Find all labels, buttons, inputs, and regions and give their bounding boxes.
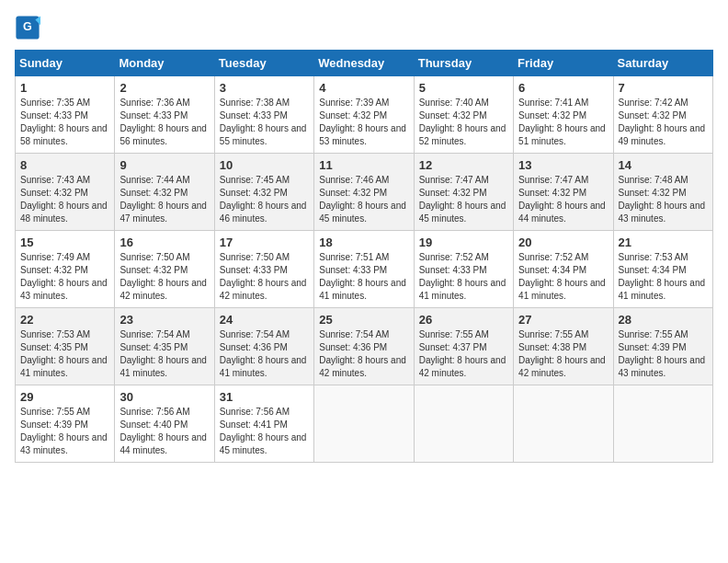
col-header-tuesday: Tuesday [214,51,313,76]
day-number: 9 [119,158,209,172]
day-number: 4 [319,81,408,95]
logo: G [15,15,44,40]
day-number: 30 [119,390,209,404]
calendar-week-row: 15Sunrise: 7:49 AMSunset: 4:32 PMDayligh… [16,231,713,308]
calendar-cell: 14Sunrise: 7:48 AMSunset: 4:32 PMDayligh… [613,154,712,231]
svg-text:G: G [23,20,32,33]
day-number: 31 [220,390,309,404]
calendar-week-row: 8Sunrise: 7:43 AMSunset: 4:32 PMDaylight… [16,154,713,231]
day-number: 27 [518,313,608,327]
day-number: 18 [319,236,408,249]
day-number: 28 [619,313,708,327]
day-info: Sunrise: 7:51 AMSunset: 4:33 PMDaylight:… [319,251,408,303]
day-info: Sunrise: 7:46 AMSunset: 4:32 PMDaylight:… [319,174,408,225]
day-info: Sunrise: 7:53 AMSunset: 4:34 PMDaylight:… [619,251,708,303]
day-number: 24 [220,313,309,327]
day-number: 12 [419,158,508,172]
calendar-cell: 10Sunrise: 7:45 AMSunset: 4:32 PMDayligh… [214,154,313,231]
calendar-cell: 21Sunrise: 7:53 AMSunset: 4:34 PMDayligh… [613,231,712,308]
calendar-cell: 4Sunrise: 7:39 AMSunset: 4:32 PMDaylight… [314,76,414,154]
day-info: Sunrise: 7:35 AMSunset: 4:33 PMDaylight:… [20,97,109,148]
calendar-cell: 27Sunrise: 7:55 AMSunset: 4:38 PMDayligh… [514,308,613,385]
day-number: 16 [119,236,209,249]
calendar-cell: 28Sunrise: 7:55 AMSunset: 4:39 PMDayligh… [613,308,712,385]
calendar-cell [514,385,613,463]
day-info: Sunrise: 7:47 AMSunset: 4:32 PMDaylight:… [419,174,508,225]
calendar-cell: 12Sunrise: 7:47 AMSunset: 4:32 PMDayligh… [414,154,513,231]
day-info: Sunrise: 7:54 AMSunset: 4:36 PMDaylight:… [220,328,309,380]
day-info: Sunrise: 7:36 AMSunset: 4:33 PMDaylight:… [119,97,209,148]
day-info: Sunrise: 7:54 AMSunset: 4:35 PMDaylight:… [119,328,209,380]
calendar-cell: 3Sunrise: 7:38 AMSunset: 4:33 PMDaylight… [214,76,313,154]
day-info: Sunrise: 7:55 AMSunset: 4:37 PMDaylight:… [419,328,508,380]
day-number: 15 [20,236,109,249]
day-info: Sunrise: 7:40 AMSunset: 4:32 PMDaylight:… [419,97,508,148]
day-info: Sunrise: 7:42 AMSunset: 4:32 PMDaylight:… [619,97,708,148]
logo-icon: G [15,15,40,40]
calendar-cell: 16Sunrise: 7:50 AMSunset: 4:32 PMDayligh… [115,231,214,308]
col-header-friday: Friday [514,51,613,76]
day-info: Sunrise: 7:44 AMSunset: 4:32 PMDaylight:… [119,174,209,225]
calendar-cell: 2Sunrise: 7:36 AMSunset: 4:33 PMDaylight… [115,76,214,154]
calendar-cell: 29Sunrise: 7:55 AMSunset: 4:39 PMDayligh… [16,385,115,463]
day-number: 13 [518,158,608,172]
day-info: Sunrise: 7:56 AMSunset: 4:41 PMDaylight:… [220,406,309,457]
day-info: Sunrise: 7:50 AMSunset: 4:32 PMDaylight:… [119,251,209,303]
day-number: 7 [619,81,708,95]
day-number: 14 [619,158,708,172]
col-header-wednesday: Wednesday [314,51,414,76]
day-number: 11 [319,158,408,172]
calendar-week-row: 29Sunrise: 7:55 AMSunset: 4:39 PMDayligh… [16,385,713,463]
day-info: Sunrise: 7:55 AMSunset: 4:39 PMDaylight:… [20,406,109,457]
day-number: 2 [119,81,209,95]
day-number: 17 [220,236,309,249]
day-number: 21 [619,236,708,249]
day-number: 22 [20,313,109,327]
day-number: 5 [419,81,508,95]
day-info: Sunrise: 7:39 AMSunset: 4:32 PMDaylight:… [319,97,408,148]
day-info: Sunrise: 7:53 AMSunset: 4:35 PMDaylight:… [20,328,109,380]
day-info: Sunrise: 7:52 AMSunset: 4:34 PMDaylight:… [518,251,608,303]
day-number: 25 [319,313,408,327]
calendar-cell: 18Sunrise: 7:51 AMSunset: 4:33 PMDayligh… [314,231,414,308]
day-info: Sunrise: 7:52 AMSunset: 4:33 PMDaylight:… [419,251,508,303]
calendar-cell: 31Sunrise: 7:56 AMSunset: 4:41 PMDayligh… [214,385,313,463]
calendar-cell: 17Sunrise: 7:50 AMSunset: 4:33 PMDayligh… [214,231,313,308]
calendar-week-row: 22Sunrise: 7:53 AMSunset: 4:35 PMDayligh… [16,308,713,385]
day-info: Sunrise: 7:55 AMSunset: 4:39 PMDaylight:… [619,328,708,380]
day-info: Sunrise: 7:48 AMSunset: 4:32 PMDaylight:… [619,174,708,225]
calendar-cell: 22Sunrise: 7:53 AMSunset: 4:35 PMDayligh… [16,308,115,385]
day-info: Sunrise: 7:41 AMSunset: 4:32 PMDaylight:… [518,97,608,148]
day-number: 8 [20,158,109,172]
calendar-cell: 19Sunrise: 7:52 AMSunset: 4:33 PMDayligh… [414,231,513,308]
calendar-cell: 20Sunrise: 7:52 AMSunset: 4:34 PMDayligh… [514,231,613,308]
calendar-week-row: 1Sunrise: 7:35 AMSunset: 4:33 PMDaylight… [16,76,713,154]
page-header: G [15,15,713,40]
calendar-cell: 30Sunrise: 7:56 AMSunset: 4:40 PMDayligh… [115,385,214,463]
calendar-cell: 25Sunrise: 7:54 AMSunset: 4:36 PMDayligh… [314,308,414,385]
day-info: Sunrise: 7:55 AMSunset: 4:38 PMDaylight:… [518,328,608,380]
calendar-table: SundayMondayTuesdayWednesdayThursdayFrid… [15,50,713,463]
calendar-cell: 26Sunrise: 7:55 AMSunset: 4:37 PMDayligh… [414,308,513,385]
day-info: Sunrise: 7:56 AMSunset: 4:40 PMDaylight:… [119,406,209,457]
calendar-cell: 15Sunrise: 7:49 AMSunset: 4:32 PMDayligh… [16,231,115,308]
day-number: 6 [518,81,608,95]
calendar-cell: 9Sunrise: 7:44 AMSunset: 4:32 PMDaylight… [115,154,214,231]
calendar-cell: 13Sunrise: 7:47 AMSunset: 4:32 PMDayligh… [514,154,613,231]
day-info: Sunrise: 7:50 AMSunset: 4:33 PMDaylight:… [220,251,309,303]
day-info: Sunrise: 7:49 AMSunset: 4:32 PMDaylight:… [20,251,109,303]
day-info: Sunrise: 7:38 AMSunset: 4:33 PMDaylight:… [220,97,309,148]
col-header-monday: Monday [115,51,214,76]
day-number: 23 [119,313,209,327]
day-number: 29 [20,390,109,404]
day-info: Sunrise: 7:43 AMSunset: 4:32 PMDaylight:… [20,174,109,225]
calendar-cell [314,385,414,463]
calendar-cell [613,385,712,463]
day-number: 10 [220,158,309,172]
col-header-thursday: Thursday [414,51,513,76]
calendar-cell: 24Sunrise: 7:54 AMSunset: 4:36 PMDayligh… [214,308,313,385]
col-header-saturday: Saturday [613,51,712,76]
calendar-header-row: SundayMondayTuesdayWednesdayThursdayFrid… [16,51,713,76]
calendar-cell: 1Sunrise: 7:35 AMSunset: 4:33 PMDaylight… [16,76,115,154]
col-header-sunday: Sunday [16,51,115,76]
